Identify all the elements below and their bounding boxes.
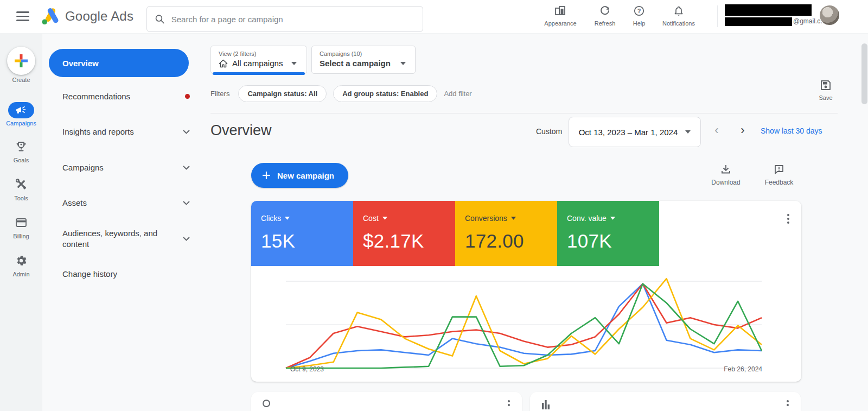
sidenav-campaigns-label: Campaigns <box>62 163 104 172</box>
rail-item-campaigns[interactable]: Campaigns <box>0 102 42 127</box>
sidenav-item-campaigns[interactable]: Campaigns <box>62 163 190 172</box>
hamburger-menu-icon[interactable] <box>16 11 29 22</box>
view-selector[interactable]: View (2 filters) All campaigns <box>210 46 307 74</box>
rail-item-create[interactable]: Create <box>0 47 42 83</box>
sidenav-insights-label: Insights and reports <box>62 127 134 136</box>
account-email-redacted <box>725 17 792 26</box>
svg-text:?: ? <box>637 8 641 14</box>
bar-chart-icon <box>541 399 551 409</box>
brand-title: Google Ads <box>65 9 133 24</box>
refresh-icon <box>599 5 610 16</box>
chevron-down-icon <box>183 201 190 205</box>
kebab-menu-icon[interactable] <box>508 400 510 409</box>
appearance-icon <box>554 5 566 16</box>
tools-icon <box>15 178 28 191</box>
campaign-selector-value: Select a campaign <box>320 59 391 68</box>
chevron-down-icon <box>183 166 190 170</box>
new-campaign-label: New campaign <box>277 171 334 180</box>
divider <box>210 113 838 113</box>
help-icon: ? <box>634 5 644 16</box>
side-nav: Overview Recommendations Insights and re… <box>42 34 200 411</box>
rail-label-create: Create <box>0 77 42 83</box>
sidenav-item-change-history[interactable]: Change history <box>62 269 190 279</box>
sidenav-item-assets[interactable]: Assets <box>62 198 190 207</box>
account-name-redacted <box>725 4 812 16</box>
bottom-card-left[interactable] <box>251 392 522 411</box>
chevron-down-icon <box>183 237 190 241</box>
sidenav-audiences-label: Audiences, keywords, and content <box>62 228 161 250</box>
dropdown-caret-icon <box>685 130 691 134</box>
dropdown-caret-icon <box>291 62 297 65</box>
new-campaign-button[interactable]: New campaign <box>251 163 348 188</box>
global-search[interactable] <box>146 6 423 32</box>
view-selector-active-indicator <box>213 72 305 75</box>
date-range-selector[interactable]: Oct 13, 2023 – Mar 1, 2024 <box>569 117 701 147</box>
left-rail: Create Campaigns Goa <box>0 34 42 411</box>
rail-label-goals: Goals <box>0 157 42 163</box>
add-filter-button[interactable]: Add filter <box>444 90 471 98</box>
filters-label: Filters <box>210 90 229 98</box>
filter-chip-ad-group-status[interactable]: Ad group status: Enabled <box>333 85 437 102</box>
download-label: Download <box>707 179 745 186</box>
date-range-value: Oct 13, 2023 – Mar 1, 2024 <box>579 128 678 137</box>
scrollbar-track <box>860 34 868 411</box>
search-input[interactable] <box>171 15 415 24</box>
header-divider <box>717 5 718 27</box>
date-prev-button[interactable]: ‹ <box>709 123 725 137</box>
feedback-label: Feedback <box>760 179 798 186</box>
rail-label-billing: Billing <box>0 233 42 239</box>
show-last-30-days-link[interactable]: Show last 30 days <box>761 127 822 135</box>
sidenav-item-insights-and-reports[interactable]: Insights and reports <box>62 127 190 136</box>
rail-item-admin[interactable]: Admin <box>0 254 42 277</box>
x-axis-start-label: Oct 9, 2023 <box>290 365 324 373</box>
notifications-label: Notifications <box>657 20 700 27</box>
filter-chip-campaign-status[interactable]: Campaign status: All <box>238 85 327 102</box>
create-button[interactable] <box>7 47 35 75</box>
help-label: Help <box>617 20 661 27</box>
search-icon <box>155 14 165 24</box>
sidenav-item-audiences-keywords-content[interactable]: Audiences, keywords, and content <box>62 228 190 250</box>
plus-multicolor-icon <box>14 54 28 68</box>
magnifier-icon <box>262 399 272 409</box>
save-button[interactable]: Save <box>809 79 842 101</box>
avatar[interactable] <box>820 5 839 25</box>
megaphone-icon <box>15 105 27 115</box>
rail-item-goals[interactable]: Goals <box>0 140 42 163</box>
appearance-button[interactable]: Appearance <box>539 5 582 27</box>
download-icon <box>720 164 731 175</box>
kebab-menu-icon[interactable] <box>787 400 789 409</box>
sidenav-item-recommendations[interactable]: Recommendations <box>62 92 190 101</box>
page-title: Overview <box>210 122 272 139</box>
sidenav-overview-label: Overview <box>62 59 99 68</box>
help-button[interactable]: ? Help <box>617 5 661 27</box>
date-next-button[interactable]: › <box>735 123 751 137</box>
x-axis-end-label: Feb 26, 2024 <box>724 365 762 373</box>
google-ads-logo-icon <box>40 7 61 26</box>
google-ads-app: Google Ads Appearance Refresh <box>0 0 868 411</box>
rail-item-billing[interactable]: Billing <box>0 216 42 239</box>
trend-line-conversions <box>286 279 762 368</box>
feedback-button[interactable]: Feedback <box>760 164 798 186</box>
save-label: Save <box>809 94 842 101</box>
scrollbar-thumb[interactable] <box>861 43 867 104</box>
campaign-selector-label: Campaigns (10) <box>320 50 407 57</box>
download-button[interactable]: Download <box>707 164 745 186</box>
date-mode-label: Custom <box>536 127 562 136</box>
notifications-button[interactable]: Notifications <box>657 5 700 27</box>
plus-icon <box>262 171 271 180</box>
rail-label-tools: Tools <box>0 195 42 201</box>
dropdown-caret-icon <box>400 62 406 65</box>
sidenav-change-history-label: Change history <box>62 269 117 279</box>
sidenav-recommendations-label: Recommendations <box>62 92 130 101</box>
notifications-icon <box>673 5 684 16</box>
campaign-selector[interactable]: Campaigns (10) Select a campaign <box>311 46 416 74</box>
sidenav-item-overview[interactable]: Overview <box>49 49 189 77</box>
feedback-icon <box>774 164 784 175</box>
save-icon <box>820 79 832 91</box>
bottom-card-right[interactable] <box>530 392 801 411</box>
appearance-label: Appearance <box>539 20 582 27</box>
rail-item-tools[interactable]: Tools <box>0 178 42 201</box>
main-content: View (2 filters) All campaigns Campaigns… <box>200 34 868 411</box>
trophy-icon <box>15 140 28 153</box>
filters-row: Filters Campaign status: All Ad group st… <box>210 85 472 102</box>
